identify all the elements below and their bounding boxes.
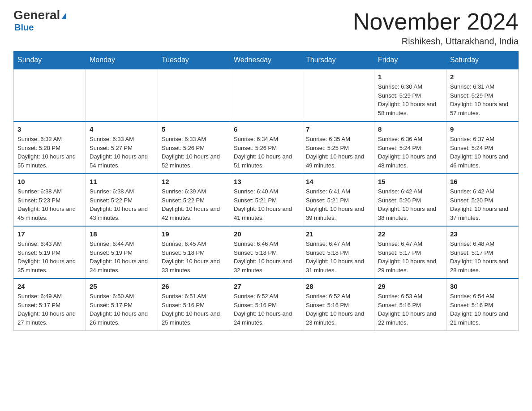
calendar-week-row: 17Sunrise: 6:43 AMSunset: 5:19 PMDayligh… xyxy=(14,226,519,278)
day-info: Sunrise: 6:39 AMSunset: 5:22 PMDaylight:… xyxy=(162,187,226,222)
day-number: 19 xyxy=(162,230,226,238)
calendar-cell: 30Sunrise: 6:54 AMSunset: 5:16 PMDayligh… xyxy=(446,278,519,331)
day-info: Sunrise: 6:53 AMSunset: 5:16 PMDaylight:… xyxy=(378,292,442,327)
day-number: 22 xyxy=(378,230,442,238)
day-info: Sunrise: 6:33 AMSunset: 5:27 PMDaylight:… xyxy=(90,135,154,170)
calendar-cell: 16Sunrise: 6:42 AMSunset: 5:20 PMDayligh… xyxy=(446,174,519,226)
day-number: 28 xyxy=(306,283,370,290)
day-info: Sunrise: 6:38 AMSunset: 5:22 PMDaylight:… xyxy=(90,187,154,222)
weekday-header-tuesday: Tuesday xyxy=(158,51,230,69)
calendar-cell: 6Sunrise: 6:34 AMSunset: 5:26 PMDaylight… xyxy=(230,121,302,174)
calendar-cell: 12Sunrise: 6:39 AMSunset: 5:22 PMDayligh… xyxy=(158,174,230,226)
day-number: 3 xyxy=(17,125,82,133)
day-number: 25 xyxy=(90,283,154,290)
day-number: 16 xyxy=(450,178,515,185)
calendar-cell: 10Sunrise: 6:38 AMSunset: 5:23 PMDayligh… xyxy=(14,174,86,226)
logo-area: General Blue xyxy=(13,9,66,33)
day-info: Sunrise: 6:42 AMSunset: 5:20 PMDaylight:… xyxy=(450,187,515,222)
day-number: 23 xyxy=(450,230,515,238)
day-number: 7 xyxy=(306,125,370,133)
day-info: Sunrise: 6:46 AMSunset: 5:18 PMDaylight:… xyxy=(234,240,298,274)
day-info: Sunrise: 6:43 AMSunset: 5:19 PMDaylight:… xyxy=(17,240,82,274)
day-info: Sunrise: 6:47 AMSunset: 5:18 PMDaylight:… xyxy=(306,240,370,274)
calendar-cell: 1Sunrise: 6:30 AMSunset: 5:29 PMDaylight… xyxy=(374,69,446,121)
calendar-cell: 5Sunrise: 6:33 AMSunset: 5:26 PMDaylight… xyxy=(158,121,230,174)
day-info: Sunrise: 6:52 AMSunset: 5:16 PMDaylight:… xyxy=(234,292,298,327)
day-info: Sunrise: 6:33 AMSunset: 5:26 PMDaylight:… xyxy=(162,135,226,170)
day-info: Sunrise: 6:41 AMSunset: 5:21 PMDaylight:… xyxy=(306,187,370,222)
day-number: 29 xyxy=(378,283,442,290)
day-number: 12 xyxy=(162,178,226,185)
calendar-cell xyxy=(158,69,230,121)
day-info: Sunrise: 6:45 AMSunset: 5:18 PMDaylight:… xyxy=(162,240,226,274)
day-info: Sunrise: 6:51 AMSunset: 5:16 PMDaylight:… xyxy=(162,292,226,327)
page-header: General Blue November 2024 Rishikesh, Ut… xyxy=(13,9,519,47)
calendar-cell xyxy=(14,69,86,121)
day-number: 26 xyxy=(162,283,226,290)
day-info: Sunrise: 6:49 AMSunset: 5:17 PMDaylight:… xyxy=(17,292,82,327)
day-number: 5 xyxy=(162,125,226,133)
calendar-cell: 26Sunrise: 6:51 AMSunset: 5:16 PMDayligh… xyxy=(158,278,230,331)
day-info: Sunrise: 6:48 AMSunset: 5:17 PMDaylight:… xyxy=(450,240,515,274)
calendar-cell: 2Sunrise: 6:31 AMSunset: 5:29 PMDaylight… xyxy=(446,69,519,121)
title-area: November 2024 Rishikesh, Uttarakhand, In… xyxy=(353,9,519,47)
calendar-cell: 8Sunrise: 6:36 AMSunset: 5:24 PMDaylight… xyxy=(374,121,446,174)
calendar-cell: 9Sunrise: 6:37 AMSunset: 5:24 PMDaylight… xyxy=(446,121,519,174)
calendar-cell: 14Sunrise: 6:41 AMSunset: 5:21 PMDayligh… xyxy=(302,174,374,226)
day-number: 17 xyxy=(17,230,82,238)
day-info: Sunrise: 6:40 AMSunset: 5:21 PMDaylight:… xyxy=(234,187,298,222)
calendar-cell: 7Sunrise: 6:35 AMSunset: 5:25 PMDaylight… xyxy=(302,121,374,174)
calendar-cell: 24Sunrise: 6:49 AMSunset: 5:17 PMDayligh… xyxy=(14,278,86,331)
day-info: Sunrise: 6:30 AMSunset: 5:29 PMDaylight:… xyxy=(378,82,442,117)
day-number: 9 xyxy=(450,125,515,133)
calendar-cell: 3Sunrise: 6:32 AMSunset: 5:28 PMDaylight… xyxy=(14,121,86,174)
day-number: 1 xyxy=(378,73,442,81)
weekday-header-sunday: Sunday xyxy=(14,51,86,69)
calendar-cell: 19Sunrise: 6:45 AMSunset: 5:18 PMDayligh… xyxy=(158,226,230,278)
day-info: Sunrise: 6:38 AMSunset: 5:23 PMDaylight:… xyxy=(17,187,82,222)
weekday-header-thursday: Thursday xyxy=(302,51,374,69)
calendar-cell: 25Sunrise: 6:50 AMSunset: 5:17 PMDayligh… xyxy=(86,278,158,331)
calendar-cell: 20Sunrise: 6:46 AMSunset: 5:18 PMDayligh… xyxy=(230,226,302,278)
calendar-week-row: 3Sunrise: 6:32 AMSunset: 5:28 PMDaylight… xyxy=(14,121,519,174)
weekday-header-monday: Monday xyxy=(86,51,158,69)
calendar-cell: 29Sunrise: 6:53 AMSunset: 5:16 PMDayligh… xyxy=(374,278,446,331)
calendar-cell: 11Sunrise: 6:38 AMSunset: 5:22 PMDayligh… xyxy=(86,174,158,226)
day-number: 30 xyxy=(450,283,515,290)
day-info: Sunrise: 6:31 AMSunset: 5:29 PMDaylight:… xyxy=(450,82,515,117)
calendar-cell: 27Sunrise: 6:52 AMSunset: 5:16 PMDayligh… xyxy=(230,278,302,331)
day-info: Sunrise: 6:35 AMSunset: 5:25 PMDaylight:… xyxy=(306,135,370,170)
calendar-cell: 17Sunrise: 6:43 AMSunset: 5:19 PMDayligh… xyxy=(14,226,86,278)
day-info: Sunrise: 6:44 AMSunset: 5:19 PMDaylight:… xyxy=(90,240,154,274)
weekday-header-wednesday: Wednesday xyxy=(230,51,302,69)
calendar-cell: 4Sunrise: 6:33 AMSunset: 5:27 PMDaylight… xyxy=(86,121,158,174)
day-info: Sunrise: 6:54 AMSunset: 5:16 PMDaylight:… xyxy=(450,292,515,327)
day-number: 15 xyxy=(378,178,442,185)
calendar-cell: 22Sunrise: 6:47 AMSunset: 5:17 PMDayligh… xyxy=(374,226,446,278)
day-number: 6 xyxy=(234,125,298,133)
day-number: 8 xyxy=(378,125,442,133)
day-number: 18 xyxy=(90,230,154,238)
calendar-cell: 15Sunrise: 6:42 AMSunset: 5:20 PMDayligh… xyxy=(374,174,446,226)
calendar-week-row: 24Sunrise: 6:49 AMSunset: 5:17 PMDayligh… xyxy=(14,278,519,331)
calendar-cell: 23Sunrise: 6:48 AMSunset: 5:17 PMDayligh… xyxy=(446,226,519,278)
day-info: Sunrise: 6:37 AMSunset: 5:24 PMDaylight:… xyxy=(450,135,515,170)
day-info: Sunrise: 6:42 AMSunset: 5:20 PMDaylight:… xyxy=(378,187,442,222)
day-info: Sunrise: 6:36 AMSunset: 5:24 PMDaylight:… xyxy=(378,135,442,170)
calendar-cell xyxy=(86,69,158,121)
day-info: Sunrise: 6:52 AMSunset: 5:16 PMDaylight:… xyxy=(306,292,370,327)
calendar-week-row: 10Sunrise: 6:38 AMSunset: 5:23 PMDayligh… xyxy=(14,174,519,226)
calendar-cell: 18Sunrise: 6:44 AMSunset: 5:19 PMDayligh… xyxy=(86,226,158,278)
day-number: 4 xyxy=(90,125,154,133)
day-number: 27 xyxy=(234,283,298,290)
weekday-header-row: SundayMondayTuesdayWednesdayThursdayFrid… xyxy=(14,51,519,69)
calendar-table: SundayMondayTuesdayWednesdayThursdayFrid… xyxy=(13,51,519,331)
day-info: Sunrise: 6:47 AMSunset: 5:17 PMDaylight:… xyxy=(378,240,442,274)
day-number: 13 xyxy=(234,178,298,185)
day-number: 10 xyxy=(17,178,82,185)
day-number: 11 xyxy=(90,178,154,185)
calendar-cell xyxy=(230,69,302,121)
day-number: 20 xyxy=(234,230,298,238)
weekday-header-friday: Friday xyxy=(374,51,446,69)
calendar-cell: 28Sunrise: 6:52 AMSunset: 5:16 PMDayligh… xyxy=(302,278,374,331)
